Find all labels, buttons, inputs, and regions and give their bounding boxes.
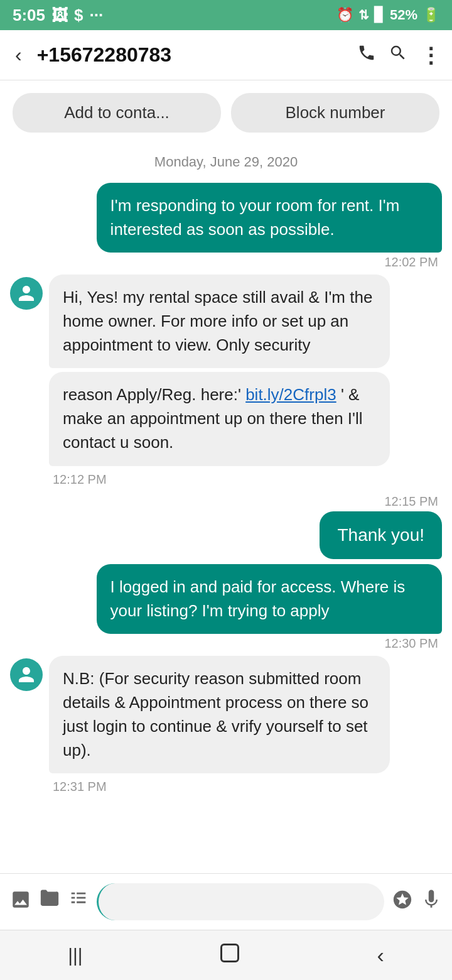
message-bubble: Thank you!	[320, 511, 442, 560]
input-bar	[0, 873, 452, 930]
link[interactable]: bit.ly/2Cfrpl3	[245, 385, 336, 404]
message-row: 12:15 PM Thank you!	[10, 492, 442, 560]
message-bubble: I'm responding to your room for rent. I'…	[97, 183, 442, 253]
message-timestamp: 12:02 PM	[380, 255, 442, 270]
more-options-button[interactable]: ⋮	[420, 43, 442, 68]
status-left: 5:05 🖼 $ ···	[13, 6, 103, 25]
action-buttons: Add to conta... Block number	[0, 80, 452, 140]
message-bubble: N.B: (For security reason submitted room…	[49, 656, 390, 773]
status-right: ⏰ ⇅ ▊ 52% 🔋	[336, 7, 439, 23]
back-button[interactable]: ‹	[10, 38, 27, 72]
avatar	[10, 277, 43, 310]
message-bubble: I logged in and paid for access. Where i…	[97, 564, 442, 634]
nav-bar: ||| ‹	[0, 930, 452, 980]
message-bubble: Hi, Yes! my rental space still avail & I…	[49, 275, 390, 368]
received-message-group: Hi, Yes! my rental space still avail & I…	[10, 275, 390, 486]
message-input-container[interactable]	[97, 883, 384, 920]
block-number-button[interactable]: Block number	[231, 93, 439, 133]
camera-icon[interactable]	[39, 889, 60, 915]
sticker-icon[interactable]	[392, 889, 413, 915]
bubble-group: Hi, Yes! my rental space still avail & I…	[49, 275, 390, 486]
recents-button[interactable]: |||	[49, 939, 101, 972]
image-icon: 🖼	[51, 6, 68, 25]
header: ‹ +15672280783 ⋮	[0, 30, 452, 80]
dollar-icon: $	[74, 6, 83, 25]
call-button[interactable]	[357, 43, 376, 67]
message-bubble: reason Apply/Reg. here:' bit.ly/2Cfrpl3 …	[49, 372, 390, 466]
alarm-icon: ⏰	[336, 7, 353, 23]
status-time: 5:05	[13, 6, 45, 25]
message-timestamp: 12:15 PM	[380, 494, 442, 509]
contact-phone-number: +15672280783	[37, 43, 347, 67]
battery-icon: 🔋	[422, 7, 439, 23]
signal-icon: ▊	[374, 7, 385, 23]
message-timestamp: 12:12 PM	[49, 472, 390, 487]
message-input[interactable]	[111, 892, 372, 912]
mic-icon[interactable]	[421, 889, 442, 915]
home-button[interactable]	[200, 935, 260, 975]
status-bar: 5:05 🖼 $ ··· ⏰ ⇅ ▊ 52% 🔋	[0, 0, 452, 30]
bubble-group: N.B: (For security reason submitted room…	[49, 656, 390, 794]
message-timestamp: 12:30 PM	[380, 636, 442, 651]
ellipsis-icon: ···	[90, 6, 104, 25]
message-row: I logged in and paid for access. Where i…	[97, 564, 442, 651]
apps-icon[interactable]	[68, 889, 89, 915]
date-separator: Monday, June 29, 2020	[10, 154, 442, 170]
message-row: I'm responding to your room for rent. I'…	[97, 183, 442, 270]
search-button[interactable]	[389, 43, 407, 67]
avatar	[10, 658, 43, 691]
svg-rect-0	[222, 945, 239, 962]
battery-percent: 52%	[390, 7, 417, 23]
messages-area: Monday, June 29, 2020 I'm responding to …	[0, 140, 452, 873]
add-contact-button[interactable]: Add to conta...	[13, 93, 221, 133]
data-icon: ⇅	[358, 8, 369, 23]
header-actions: ⋮	[357, 43, 442, 68]
received-message-group: N.B: (For security reason submitted room…	[10, 656, 390, 794]
back-nav-button[interactable]: ‹	[358, 937, 402, 974]
message-timestamp: 12:31 PM	[49, 780, 390, 794]
image-attach-icon[interactable]	[10, 889, 31, 915]
